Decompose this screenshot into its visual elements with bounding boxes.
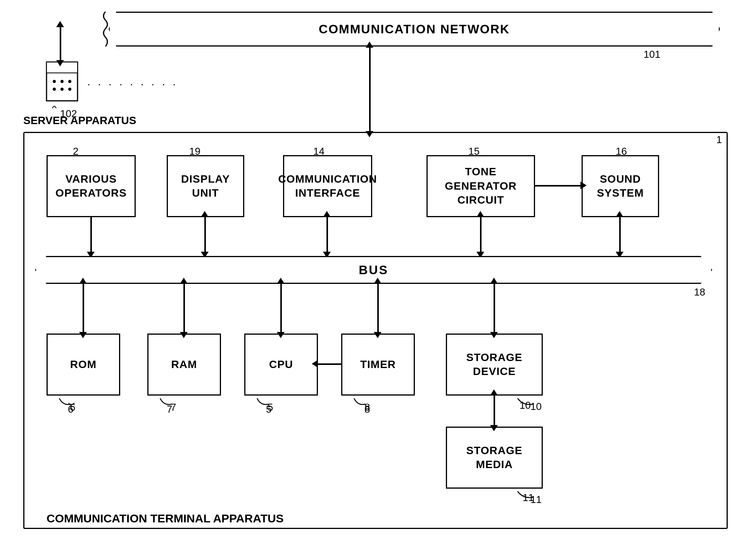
arrowhead-tg-up	[476, 211, 484, 217]
arrow-timer-cpu	[318, 363, 342, 365]
bus-label: BUS	[359, 263, 388, 277]
various-operators-label: VARIOUSOPERATORS	[55, 172, 127, 200]
arrowhead-ci-up	[323, 211, 331, 217]
ref-2: 2	[73, 145, 78, 157]
arrowhead-ram-up	[180, 278, 188, 284]
sound-system-box: SOUNDSYSTEM	[582, 155, 659, 217]
cpu-box: CPU	[244, 334, 318, 396]
arrowhead-cpu-up	[277, 278, 285, 284]
comm-network-box: COMMUNICATION NETWORK	[109, 12, 720, 47]
arrow-vo-bus	[90, 217, 92, 254]
display-unit-label: DISPLAYUNIT	[181, 172, 230, 200]
arrow-server-network	[60, 27, 61, 61]
arrowhead-sd-sm-down	[490, 425, 498, 431]
ref-11-num: 11	[530, 494, 542, 506]
terminal-apparatus-label: COMMUNICATION TERMINAL APPARATUS	[47, 512, 284, 525]
ref-16: 16	[616, 145, 627, 157]
ram-label: RAM	[171, 358, 197, 372]
storage-media-box: STORAGEMEDIA	[446, 427, 543, 489]
arrow-timer-bus	[377, 284, 379, 334]
arrow-du-bus	[204, 217, 206, 254]
arrowhead-rom-up	[79, 278, 87, 284]
arrow-ram-bus	[183, 284, 185, 334]
display-unit-box: DISPLAYUNIT	[167, 155, 244, 217]
svg-point-3	[60, 80, 64, 83]
various-operators-box: VARIOUSOPERATORS	[47, 155, 136, 217]
server-apparatus-icon	[45, 60, 81, 106]
arrowhead-timer-down	[374, 332, 382, 338]
storage-device-box: STORAGEDEVICE	[446, 334, 543, 396]
server-dots: . . . . . . . . .	[87, 76, 178, 88]
arrowhead-timer-up	[374, 278, 382, 284]
svg-point-2	[53, 80, 56, 83]
server-svg	[45, 60, 81, 105]
ref-15: 15	[468, 145, 480, 157]
ref-7-num: 7	[171, 401, 176, 413]
svg-point-4	[68, 80, 71, 83]
svg-point-5	[53, 88, 56, 91]
arrow-sd-bus	[494, 284, 495, 334]
comm-interface-box: COMMUNICATIONINTERFACE	[283, 155, 372, 217]
arrowhead-du-up	[201, 211, 209, 217]
ref-8-num: 8	[364, 401, 370, 413]
arrow-cpu-bus	[280, 284, 282, 334]
sound-system-label: SOUNDSYSTEM	[597, 172, 644, 200]
rom-label: ROM	[70, 358, 97, 372]
break-line	[102, 12, 109, 47]
arrow-tg-bus	[480, 217, 482, 254]
arrowhead-sd-sm-up	[490, 389, 498, 396]
arrow-network-main	[369, 47, 371, 133]
svg-point-7	[68, 88, 71, 91]
storage-device-label: STORAGEDEVICE	[466, 351, 523, 379]
arrowhead-sd-down	[490, 332, 498, 338]
storage-media-label: STORAGEMEDIA	[466, 444, 523, 472]
ref-101: 101	[644, 48, 660, 60]
diagram: COMMUNICATION NETWORK 101 . . . . . . . …	[0, 0, 751, 560]
arrowhead-server-up	[56, 21, 64, 27]
ref-5-num: 5	[268, 401, 273, 413]
arrowhead-ram-down	[180, 332, 188, 338]
comm-network-label: COMMUNICATION NETWORK	[319, 22, 510, 36]
arrow-sd-sm	[494, 396, 495, 427]
tone-generator-box: TONEGENERATORCIRCUIT	[426, 155, 535, 217]
arrow-ci-bus	[326, 217, 328, 254]
ref-19: 19	[189, 145, 200, 157]
arrowhead-rom-down	[79, 332, 87, 338]
arrow-ss-bus	[619, 217, 621, 254]
ref-14: 14	[313, 145, 325, 157]
ram-box: RAM	[147, 334, 221, 396]
ref-6-num: 6	[70, 401, 75, 413]
tone-generator-label: TONEGENERATORCIRCUIT	[445, 165, 516, 207]
arrowhead-ss-up	[616, 211, 623, 217]
svg-point-6	[60, 88, 64, 91]
arrowhead-tg-ss-right	[580, 181, 587, 189]
arrowhead-timer-cpu-left	[312, 360, 318, 368]
arrowhead-cpu-down	[277, 332, 285, 338]
arrowhead-server-down	[56, 60, 64, 66]
ref-18: 18	[694, 286, 705, 298]
arrow-rom-bus	[83, 284, 84, 334]
ref-10-num: 10	[530, 401, 542, 413]
arrowhead-sd-up	[490, 278, 498, 284]
arrowhead-network-up	[366, 41, 373, 48]
timer-label: TIMER	[360, 358, 396, 372]
ref-1: 1	[716, 134, 722, 146]
timer-box: TIMER	[341, 334, 415, 396]
rom-box: ROM	[47, 334, 120, 396]
arrow-tg-ss	[535, 185, 582, 187]
comm-interface-label: COMMUNICATIONINTERFACE	[278, 172, 377, 200]
cpu-label: CPU	[269, 358, 293, 372]
server-apparatus-label: SERVER APPARATUS	[23, 114, 136, 127]
